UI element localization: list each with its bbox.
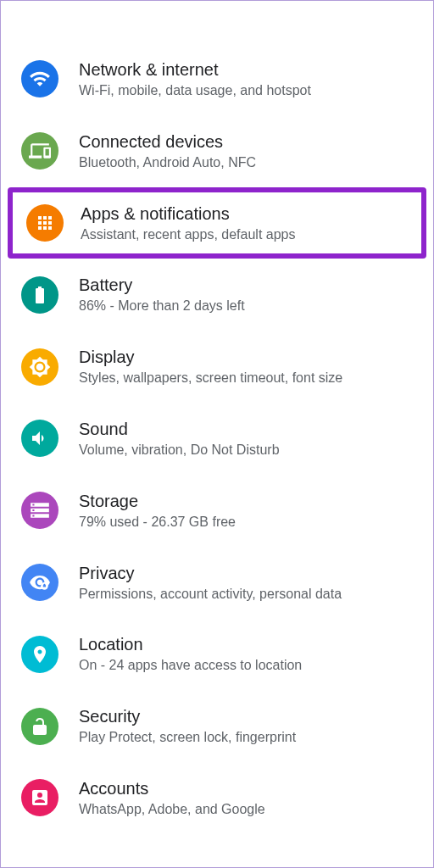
settings-item-text: Privacy Permissions, account activity, p…: [79, 562, 413, 604]
settings-item-security[interactable]: Security Play Protect, screen lock, fing…: [1, 690, 433, 762]
sound-icon: [21, 420, 58, 457]
settings-item-subtitle: Bluetooth, Android Auto, NFC: [79, 154, 413, 172]
settings-item-subtitle: Assistant, recent apps, default apps: [81, 226, 408, 244]
settings-item-text: Connected devices Bluetooth, Android Aut…: [79, 131, 413, 172]
apps-icon: [26, 204, 64, 242]
battery-icon: [21, 276, 58, 314]
settings-item-title: Storage: [79, 490, 413, 512]
settings-item-subtitle: Wi-Fi, mobile, data usage, and hotspot: [79, 82, 413, 100]
settings-item-title: Security: [79, 705, 413, 727]
settings-item-subtitle: Volume, vibration, Do Not Disturb: [79, 442, 413, 459]
settings-item-subtitle: Styles, wallpapers, screen timeout, font…: [79, 370, 413, 387]
settings-item-title: Network & internet: [79, 58, 413, 81]
settings-item-text: Location On - 24 apps have access to loc…: [79, 633, 413, 675]
settings-item-text: Apps & notifications Assistant, recent a…: [81, 203, 408, 244]
security-icon: [21, 708, 58, 745]
settings-item-text: Storage 79% used - 26.37 GB free: [79, 490, 413, 531]
settings-item-title: Display: [79, 346, 413, 368]
settings-item-display[interactable]: Display Styles, wallpapers, screen timeo…: [1, 331, 433, 403]
settings-item-subtitle: Permissions, account activity, personal …: [79, 586, 413, 604]
settings-item-title: Sound: [79, 418, 413, 440]
devices-icon: [21, 132, 58, 170]
settings-item-title: Connected devices: [79, 131, 413, 153]
settings-item-subtitle: Play Protect, screen lock, fingerprint: [79, 729, 413, 747]
settings-item-subtitle: 79% used - 26.37 GB free: [79, 514, 413, 531]
settings-item-title: Battery: [79, 274, 413, 296]
wifi-icon: [21, 60, 58, 97]
storage-icon: [21, 492, 58, 529]
settings-item-text: Accounts WhatsApp, Adobe, and Google: [79, 777, 413, 819]
privacy-icon: [21, 564, 58, 601]
settings-item-text: Network & internet Wi-Fi, mobile, data u…: [79, 58, 413, 100]
settings-item-title: Location: [79, 633, 413, 655]
settings-item-title: Apps & notifications: [81, 203, 408, 225]
settings-item-text: Battery 86% - More than 2 days left: [79, 274, 413, 315]
accounts-icon: [21, 779, 58, 816]
settings-item-text: Display Styles, wallpapers, screen timeo…: [79, 346, 413, 387]
settings-item-text: Sound Volume, vibration, Do Not Disturb: [79, 418, 413, 459]
settings-item-title: Privacy: [79, 562, 413, 584]
settings-item-location[interactable]: Location On - 24 apps have access to loc…: [1, 618, 433, 690]
settings-item-network[interactable]: Network & internet Wi-Fi, mobile, data u…: [1, 43, 433, 115]
settings-item-subtitle: 86% - More than 2 days left: [79, 298, 413, 315]
settings-item-storage[interactable]: Storage 79% used - 26.37 GB free: [1, 475, 433, 547]
settings-item-title: Accounts: [79, 777, 413, 799]
settings-item-sound[interactable]: Sound Volume, vibration, Do Not Disturb: [1, 403, 433, 475]
settings-item-accounts[interactable]: Accounts WhatsApp, Adobe, and Google: [1, 762, 433, 834]
settings-item-subtitle: On - 24 apps have access to location: [79, 657, 413, 675]
settings-list: Network & internet Wi-Fi, mobile, data u…: [1, 1, 433, 851]
location-icon: [21, 636, 58, 673]
settings-item-battery[interactable]: Battery 86% - More than 2 days left: [1, 259, 433, 331]
settings-item-connected[interactable]: Connected devices Bluetooth, Android Aut…: [1, 115, 433, 187]
display-icon: [21, 348, 58, 386]
settings-item-apps[interactable]: Apps & notifications Assistant, recent a…: [8, 187, 426, 259]
settings-item-text: Security Play Protect, screen lock, fing…: [79, 705, 413, 747]
settings-item-subtitle: WhatsApp, Adobe, and Google: [79, 801, 413, 819]
settings-item-privacy[interactable]: Privacy Permissions, account activity, p…: [1, 547, 433, 619]
